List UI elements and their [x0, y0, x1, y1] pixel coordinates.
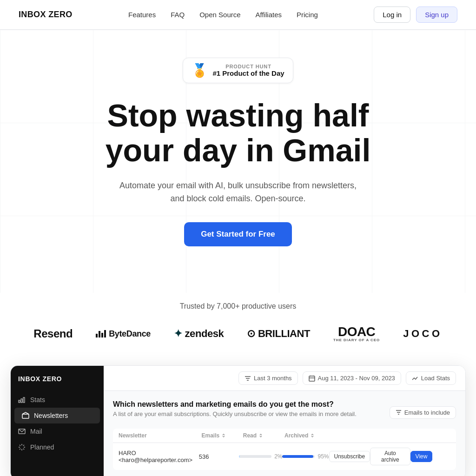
sort-icon-emails[interactable]	[221, 433, 226, 438]
zendesk-z-icon: ✦	[174, 328, 182, 340]
filter1-label: Last 3 months	[254, 375, 292, 382]
logo-zendesk: ✦ zendesk	[174, 328, 224, 340]
brilliant-circle-icon: ⊙	[247, 328, 255, 340]
row-email: HARO <haro@helpareporter.com>	[119, 450, 199, 463]
archived-progress-fill	[282, 455, 313, 458]
content-header-row: Which newsletters and marketing emails d…	[113, 400, 456, 425]
ph-badge-text: PRODUCT HUNT #1 Product of the Day	[212, 64, 284, 77]
hero-headline: Stop wasting half your day in Gmail	[75, 98, 401, 168]
svg-rect-5	[309, 376, 315, 381]
logo-list: Resend ByteDance ✦ zendesk ⊙ BRILLIANT D…	[19, 325, 457, 342]
logo-joco: JOCO	[403, 328, 442, 340]
unsubscribe-button[interactable]: Unsubscribe	[329, 451, 370, 462]
nav-actions: Log in Sign up	[374, 7, 457, 23]
col-archived: Archived	[284, 432, 326, 439]
logo-resend: Resend	[33, 327, 73, 340]
doac-main-text: DOAC	[333, 325, 380, 338]
col-action1	[326, 432, 367, 439]
nav-affiliates[interactable]: Affiliates	[256, 11, 282, 19]
doac-sub-text: THE DIARY OF A CEO	[333, 338, 380, 342]
filter-date-range[interactable]: Aug 11, 2023 - Nov 09, 2023	[303, 371, 401, 385]
filter2-label: Aug 11, 2023 - Nov 09, 2023	[318, 375, 395, 382]
navbar: INBOX ZERO Features FAQ Open Source Affi…	[0, 0, 476, 30]
logo-bytedance: ByteDance	[96, 329, 151, 339]
ph-org: PRODUCT HUNT	[212, 64, 284, 69]
sidebar-mail-label: Mail	[30, 428, 42, 435]
archived-progress-bar	[282, 455, 315, 458]
filter-last3months[interactable]: Last 3 months	[238, 371, 298, 385]
col-action3	[409, 432, 450, 439]
sidebar-planned-label: Planned	[30, 443, 54, 451]
headline-line2: your day in Gmail	[106, 132, 371, 168]
nav-features[interactable]: Features	[128, 11, 156, 19]
bytedance-bars-icon	[96, 330, 106, 337]
login-button[interactable]: Log in	[374, 7, 410, 23]
nav-logo: INBOX ZERO	[19, 10, 73, 20]
table-header: Newsletter Emails Read Archived	[113, 429, 456, 443]
content-title-area: Which newsletters and marketing emails d…	[113, 400, 357, 425]
nav-faq[interactable]: FAQ	[171, 11, 185, 19]
view-button[interactable]: View	[410, 451, 433, 462]
medal-icon: 🏅	[192, 63, 208, 78]
sidebar-item-mail[interactable]: Mail	[11, 423, 104, 439]
auto-archive-button[interactable]: Auto archive	[370, 448, 410, 465]
sidebar-item-planned[interactable]: Planned	[11, 439, 104, 455]
list-filter-icon	[245, 375, 251, 382]
logo-doac: DOAC THE DIARY OF A CEO	[333, 325, 380, 342]
sidebar-item-stats[interactable]: Stats	[11, 392, 104, 408]
svg-rect-3	[22, 414, 29, 418]
row-action-unsubscribe[interactable]: Unsubscribe	[329, 451, 370, 462]
stats-icon	[412, 375, 418, 382]
app-window: INBOX ZERO Stats Newsletters	[10, 365, 466, 476]
ph-rank: #1 Product of the Day	[212, 69, 284, 77]
app-inner: INBOX ZERO Stats Newsletters	[11, 366, 465, 476]
row-count: 536	[199, 453, 239, 460]
sidebar-stats-label: Stats	[30, 396, 45, 403]
hero-subtext: Automate your email with AI, bulk unsubs…	[112, 179, 364, 206]
app-main: Last 3 months Aug 11, 2023 - Nov 09, 202…	[104, 366, 465, 476]
sparkle-icon	[18, 443, 26, 451]
nav-open-source[interactable]: Open Source	[199, 11, 240, 19]
emails-filter-label: Emails to include	[404, 409, 450, 416]
sidebar-logo: INBOX ZERO	[11, 375, 104, 392]
col-newsletter: Newsletter	[119, 432, 202, 439]
signup-button[interactable]: Sign up	[416, 7, 457, 23]
col-read: Read	[243, 432, 284, 439]
col-emails: Emails	[202, 432, 243, 439]
emails-filter-button[interactable]: Emails to include	[390, 406, 456, 419]
table-row: HARO <haro@helpareporter.com> 536 2%	[113, 443, 456, 470]
filter-icon	[396, 410, 402, 416]
content-desc: A list of are your email subscriptions. …	[113, 410, 357, 417]
read-progress-bar	[239, 455, 271, 458]
read-pct-text: 2%	[274, 453, 282, 460]
archived-pct-text: 95%	[317, 453, 329, 460]
cta-button[interactable]: Get Started for Free	[184, 222, 292, 246]
nav-links: Features FAQ Open Source Affiliates Pric…	[128, 11, 318, 19]
row-read: 2%	[239, 453, 282, 460]
svg-rect-0	[19, 400, 20, 403]
nav-pricing[interactable]: Pricing	[297, 11, 318, 19]
headline-line1: Stop wasting half	[107, 98, 369, 133]
filter3-label: Load Stats	[421, 375, 450, 382]
col-action2	[368, 432, 409, 439]
row-action-autoarchive[interactable]: Auto archive	[370, 448, 410, 465]
mail-open-icon	[22, 412, 29, 419]
sort-icon-archived[interactable]	[310, 433, 315, 438]
load-stats-button[interactable]: Load Stats	[406, 371, 456, 385]
trusted-label: Trusted by 7,000+ productive users	[19, 302, 457, 311]
logo-brilliant: ⊙ BRILLIANT	[247, 328, 310, 340]
sidebar-newsletters-label: Newsletters	[34, 412, 68, 419]
read-progress-fill	[239, 455, 239, 458]
app-preview-section: INBOX ZERO Stats Newsletters	[0, 365, 476, 476]
row-action-view[interactable]: View	[410, 451, 450, 462]
hero-section: 🏅 PRODUCT HUNT #1 Product of the Day Sto…	[0, 30, 476, 293]
content-question: Which newsletters and marketing emails d…	[113, 400, 357, 409]
svg-rect-1	[21, 399, 22, 403]
app-sidebar: INBOX ZERO Stats Newsletters	[11, 366, 104, 476]
svg-rect-2	[23, 397, 25, 403]
calendar-icon	[309, 375, 315, 382]
sidebar-item-newsletters[interactable]: Newsletters	[14, 408, 100, 423]
sort-icon-read[interactable]	[258, 433, 263, 438]
bar-chart-icon	[18, 396, 26, 403]
product-hunt-badge: 🏅 PRODUCT HUNT #1 Product of the Day	[183, 58, 293, 83]
